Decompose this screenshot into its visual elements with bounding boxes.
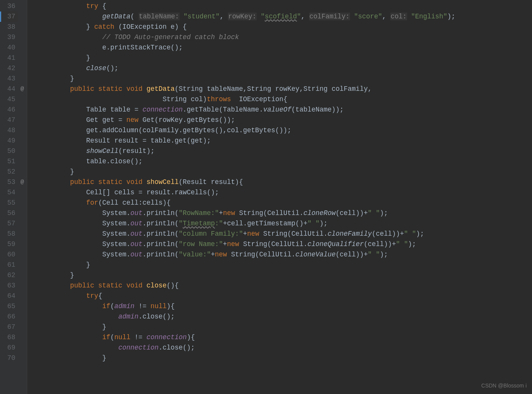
code-line[interactable]: for(Cell cell:cells){ [38,198,532,208]
line-number[interactable]: 40 [0,43,18,53]
gutter-mark[interactable] [18,270,27,281]
code-line[interactable]: } [38,167,532,177]
code-line[interactable]: if(null != connection){ [38,332,532,343]
code-line[interactable]: if(admin != null){ [38,301,532,312]
code-line[interactable]: try { [38,1,532,11]
gutter-mark[interactable] [18,281,27,291]
code-line[interactable]: Cell[] cells = result.rawCells(); [38,187,532,198]
line-number[interactable]: 51 [0,156,18,167]
gutter-mark[interactable] [18,11,27,22]
code-line[interactable]: System.out.println("value:"+new String(C… [38,250,532,260]
gutter-mark[interactable] [18,208,27,218]
line-number[interactable]: 63 [0,281,18,291]
code-line[interactable]: } [38,270,532,281]
line-number[interactable]: 52 [0,167,18,177]
line-number[interactable]: 67 [0,322,18,332]
gutter-mark[interactable] [18,125,27,136]
code-line[interactable]: // TODO Auto-generated catch block [38,32,532,43]
line-number[interactable]: 60 [0,250,18,260]
line-number[interactable]: 68 [0,332,18,343]
line-number[interactable]: 56 [0,208,18,218]
code-line[interactable]: } [38,353,532,363]
code-line[interactable]: } [38,322,532,332]
code-line[interactable]: get.addColumn(colFamily.getBytes(),col.g… [38,125,532,136]
code-line[interactable]: System.out.println("row Name:"+new Strin… [38,239,532,250]
gutter-mark[interactable] [18,43,27,53]
code-line[interactable]: Table table = connection.getTable(TableN… [38,105,532,115]
gutter-mark[interactable] [18,156,27,167]
line-number[interactable]: 70 [0,353,18,363]
gutter-mark[interactable] [18,301,27,312]
line-number[interactable]: 43 [0,74,18,84]
line-number[interactable]: 64 [0,291,18,301]
line-number[interactable]: 54 [0,187,18,198]
line-number[interactable]: 57 [0,218,18,229]
gutter-mark[interactable] [18,105,27,115]
gutter-mark[interactable] [18,22,27,32]
code-line[interactable]: connection.close(); [38,343,532,353]
line-number[interactable]: 37 [0,11,18,22]
code-line[interactable]: close(); [38,63,532,74]
code-line[interactable]: } catch (IOException e) { [38,22,532,32]
code-line[interactable]: String col)throws IOException{ [38,94,532,105]
gutter-mark[interactable] [18,343,27,353]
line-number[interactable]: 36 [0,1,18,11]
code-line[interactable]: System.out.println("RowName:"+new String… [38,208,532,218]
line-number[interactable]: 44 [0,84,18,94]
code-line[interactable]: } [38,260,532,270]
code-line[interactable]: try{ [38,291,532,301]
gutter-mark[interactable] [18,291,27,301]
line-number[interactable]: 48 [0,125,18,136]
line-number[interactable]: 41 [0,53,18,63]
code-line[interactable]: public static void close(){ [38,281,532,291]
code-line[interactable]: Get get = new Get(rowKey.getBytes()); [38,115,532,125]
gutter-mark[interactable] [18,1,27,11]
code-line[interactable]: Result result = table.get(get); [38,136,532,146]
code-line[interactable]: getData( tableName: "student", rowKey: "… [38,11,532,22]
line-number[interactable]: 61 [0,260,18,270]
code-line[interactable]: public static void showCell(Result resul… [38,177,532,187]
gutter-mark[interactable]: @ [18,84,27,94]
code-line[interactable]: e.printStackTrace(); [38,43,532,53]
line-number[interactable]: 62 [0,270,18,281]
gutter-mark[interactable] [18,332,27,343]
gutter-marks[interactable]: @@ [18,0,27,394]
code-line[interactable]: admin.close(); [38,312,532,322]
line-number[interactable]: 42 [0,63,18,74]
gutter-mark[interactable]: @ [18,177,27,187]
code-line[interactable]: } [38,74,532,84]
gutter-mark[interactable] [18,322,27,332]
gutter-mark[interactable] [18,250,27,260]
gutter-mark[interactable] [18,353,27,363]
gutter-mark[interactable] [18,136,27,146]
code-line[interactable]: showCell(result); [38,146,532,156]
gutter-mark[interactable] [18,187,27,198]
line-number[interactable]: 55 [0,198,18,208]
code-line[interactable]: System.out.println("column Family:"+new … [38,229,532,239]
gutter-mark[interactable] [18,167,27,177]
line-number[interactable]: 49 [0,136,18,146]
code-line[interactable]: table.close(); [38,156,532,167]
gutter-mark[interactable] [18,63,27,74]
gutter-mark[interactable] [18,32,27,43]
code-line[interactable]: System.out.println("Timetamp:"+cell.getT… [38,218,532,229]
code-editor[interactable]: 3637383940414243444546474849505152535455… [0,0,532,394]
line-number[interactable]: 58 [0,229,18,239]
gutter-mark[interactable] [18,146,27,156]
line-number[interactable]: 47 [0,115,18,125]
gutter-mark[interactable] [18,94,27,105]
gutter-mark[interactable] [18,218,27,229]
line-number[interactable]: 38 [0,22,18,32]
line-number[interactable]: 59 [0,239,18,250]
gutter-mark[interactable] [18,312,27,322]
gutter-mark[interactable] [18,198,27,208]
gutter-mark[interactable] [18,53,27,63]
fold-region[interactable] [27,0,33,394]
line-number[interactable]: 69 [0,343,18,353]
gutter-mark[interactable] [18,229,27,239]
line-number[interactable]: 50 [0,146,18,156]
gutter-mark[interactable] [18,115,27,125]
line-number[interactable]: 39 [0,32,18,43]
gutter-mark[interactable] [18,260,27,270]
code-area[interactable]: try { getData( tableName: "student", row… [33,0,532,394]
